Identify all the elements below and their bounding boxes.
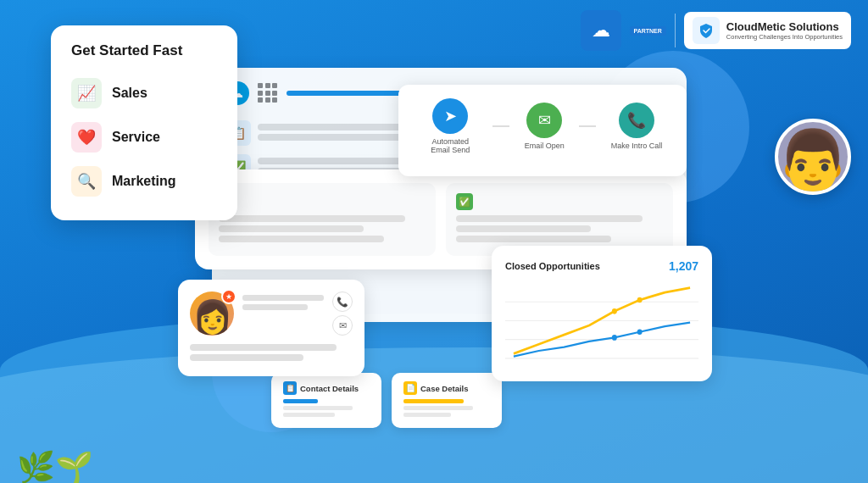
avatar-top-right: 👨 — [775, 119, 851, 195]
avatar-badge: ★ — [221, 289, 236, 304]
panels-container: ☁ 📋 ✅ — [186, 68, 797, 458]
workflow-step-call: 📞 Make Intro Call — [611, 103, 663, 150]
email-open-icon: ✉ — [526, 103, 562, 138]
intro-call-icon: 📞 — [619, 103, 654, 138]
menu-item-sales[interactable]: 📈 Sales — [71, 71, 217, 115]
intro-call-label: Make Intro Call — [611, 142, 663, 150]
marketing-label: Marketing — [112, 174, 176, 189]
connector-2 — [579, 125, 596, 127]
panel-chart: Closed Opportunities 1,207 — [492, 246, 712, 381]
case-details-card: 📄 Case Details — [392, 373, 502, 428]
avatar-container: 👩 ★ — [190, 291, 234, 336]
case-icon: 📄 — [403, 381, 417, 395]
cloudmetic-shield-icon — [693, 17, 720, 44]
get-started-title: Get Started Fast — [71, 42, 217, 59]
svg-point-4 — [612, 308, 617, 314]
get-started-card: Get Started Fast 📈 Sales ❤️ Service 🔍 Ma… — [51, 25, 237, 220]
email-send-label: Automated Email Send — [423, 137, 478, 154]
person-info — [242, 291, 324, 314]
sales-label: Sales — [112, 86, 147, 101]
partner-badge: PARTNER — [630, 26, 666, 36]
workflow-steps: ➤ Automated Email Send ✉ Email Open 📞 Ma… — [415, 98, 670, 154]
marketing-icon: 🔍 — [71, 166, 102, 197]
sub-icon-green: ✅ — [456, 193, 473, 210]
sub-card-1: 📋 — [209, 183, 436, 256]
connector-1 — [492, 125, 509, 127]
cloudmetic-logo-card: CloudMetic Solutions Converting Challeng… — [684, 12, 851, 49]
panel-bottom-cards: 📋 Contact Details 📄 Case Details — [271, 373, 502, 428]
menu-item-service[interactable]: ❤️ Service — [71, 115, 217, 159]
chart-area — [505, 283, 698, 368]
chart-header: Closed Opportunities 1,207 — [505, 259, 698, 273]
chart-title: Closed Opportunities — [505, 261, 600, 271]
menu-item-marketing[interactable]: 🔍 Marketing — [71, 159, 217, 203]
contact-details-card: 📋 Contact Details — [271, 373, 381, 428]
svg-point-7 — [637, 329, 643, 335]
company-name: CloudMetic Solutions — [726, 20, 843, 33]
person-actions: 📞 ✉ — [332, 291, 353, 336]
salesforce-cloud-icon: ☁ — [592, 19, 610, 42]
workflow-step-email: ➤ Automated Email Send — [423, 98, 478, 154]
chart-value: 1,207 — [669, 259, 698, 273]
case-details-title: 📄 Case Details — [403, 381, 490, 395]
workflow-step-open: ✉ Email Open — [525, 103, 565, 150]
header: ☁ PARTNER CloudMetic Solutions Convertin… — [581, 10, 852, 51]
service-icon: ❤️ — [71, 122, 102, 153]
email-action-icon[interactable]: ✉ — [332, 315, 353, 336]
svg-point-6 — [612, 335, 617, 341]
sales-icon: 📈 — [71, 78, 102, 108]
email-send-icon: ➤ — [432, 98, 468, 134]
header-divider — [675, 14, 676, 47]
contact-details-title: 📋 Contact Details — [283, 381, 370, 395]
panel-workflow: ➤ Automated Email Send ✉ Email Open 📞 Ma… — [398, 85, 687, 176]
grid-icon — [258, 83, 278, 103]
email-open-label: Email Open — [525, 142, 565, 150]
panel-person: 👩 ★ 📞 ✉ — [178, 280, 364, 376]
svg-point-5 — [637, 297, 643, 303]
company-tagline: Converting Challenges Into Opportunities — [726, 33, 843, 41]
phone-action-icon[interactable]: 📞 — [332, 291, 353, 312]
contact-icon: 📋 — [283, 381, 297, 395]
service-label: Service — [112, 130, 160, 145]
salesforce-logo: ☁ — [581, 10, 621, 51]
plants-decoration: 🌿🌱 — [17, 452, 93, 483]
